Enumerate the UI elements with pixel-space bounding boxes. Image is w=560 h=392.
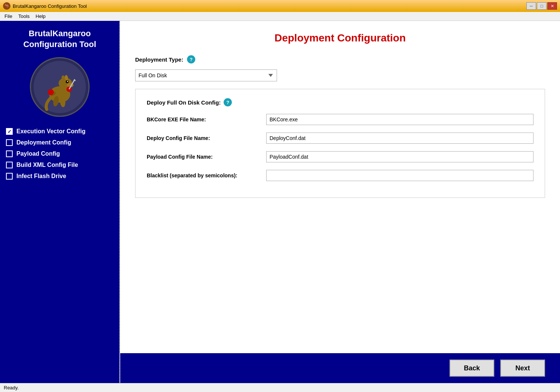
kangaroo-image xyxy=(34,61,86,113)
config-box: Deploy Full On Disk Config: ? BKCore EXE… xyxy=(135,89,545,198)
app-icon: 🦘 xyxy=(3,2,10,10)
nav-checkbox-3[interactable] xyxy=(6,162,13,168)
nav-checkbox-1[interactable] xyxy=(6,139,13,146)
sidebar-avatar xyxy=(30,57,90,117)
minimize-button[interactable]: ─ xyxy=(526,2,536,10)
form-label-2: Payload Config File Name: xyxy=(147,154,266,160)
sidebar: BrutalKangarooConfiguration Tool xyxy=(0,21,119,383)
form-row-0: BKCore EXE File Name: xyxy=(147,114,533,125)
deployment-type-help-icon[interactable]: ? xyxy=(187,55,195,63)
form-input-0[interactable] xyxy=(266,114,533,125)
deployment-type-select[interactable]: Full On DiskThumbdrive OnlyServer Side xyxy=(135,69,277,81)
nav-item-1[interactable]: Deployment Config xyxy=(6,139,113,146)
nav-label-2: Payload Config xyxy=(16,150,60,157)
nav-checkbox-0[interactable] xyxy=(6,128,13,135)
content-panel: Deployment Configuration Deployment Type… xyxy=(119,21,560,383)
nav-item-2[interactable]: Payload Config xyxy=(6,150,113,157)
maximize-button[interactable]: □ xyxy=(537,2,547,10)
deployment-type-label: Deployment Type: xyxy=(135,56,183,63)
content-body: Deployment Configuration Deployment Type… xyxy=(120,21,560,353)
form-row-3: Blacklist (separated by semicolons): xyxy=(147,170,533,181)
form-input-1[interactable] xyxy=(266,133,533,144)
form-label-1: Deploy Config File Name: xyxy=(147,135,266,141)
title-bar-text: BrutalKangaroo Configuration Tool xyxy=(13,3,87,9)
nav-items: Execution Vector ConfigDeployment Config… xyxy=(6,128,113,180)
nav-item-3[interactable]: Build XML Config File xyxy=(6,162,113,168)
title-bar-left: 🦘 BrutalKangaroo Configuration Tool xyxy=(3,2,87,10)
nav-checkbox-2[interactable] xyxy=(6,150,13,157)
sidebar-title: BrutalKangarooConfiguration Tool xyxy=(23,28,96,50)
config-box-help-icon[interactable]: ? xyxy=(224,98,232,106)
nav-label-4: Infect Flash Drive xyxy=(16,173,66,180)
config-box-title: Deploy Full On Disk Config: ? xyxy=(147,98,533,106)
next-button[interactable]: Next xyxy=(500,360,545,377)
form-row-1: Deploy Config File Name: xyxy=(147,133,533,144)
form-input-2[interactable] xyxy=(266,151,533,162)
form-rows-container: BKCore EXE File Name:Deploy Config File … xyxy=(147,114,533,181)
menu-item-tools[interactable]: Tools xyxy=(15,13,32,20)
nav-label-0: Execution Vector Config xyxy=(16,128,85,135)
back-button[interactable]: Back xyxy=(449,360,494,377)
status-bar: Ready. xyxy=(0,383,560,392)
status-text: Ready. xyxy=(4,385,19,391)
form-row-2: Payload Config File Name: xyxy=(147,151,533,162)
menu-item-help[interactable]: Help xyxy=(32,13,49,20)
main-container: BrutalKangarooConfiguration Tool xyxy=(0,21,560,383)
page-title: Deployment Configuration xyxy=(135,32,545,44)
title-bar: 🦘 BrutalKangaroo Configuration Tool ─ □ … xyxy=(0,0,560,12)
deployment-type-row: Deployment Type: ? xyxy=(135,55,545,63)
bottom-bar: Back Next xyxy=(120,353,560,383)
form-input-3[interactable] xyxy=(266,170,533,181)
form-label-0: BKCore EXE File Name: xyxy=(147,116,266,122)
nav-item-4[interactable]: Infect Flash Drive xyxy=(6,173,113,180)
form-label-3: Blacklist (separated by semicolons): xyxy=(147,172,266,178)
svg-point-5 xyxy=(67,81,68,82)
nav-label-1: Deployment Config xyxy=(16,139,71,146)
nav-item-0[interactable]: Execution Vector Config xyxy=(6,128,113,135)
menu-bar: FileToolsHelp xyxy=(0,12,560,21)
nav-label-3: Build XML Config File xyxy=(16,162,78,168)
nav-checkbox-4[interactable] xyxy=(6,173,13,180)
window-controls: ─ □ ✕ xyxy=(526,2,557,10)
menu-item-file[interactable]: File xyxy=(1,13,15,20)
svg-point-11 xyxy=(48,89,54,95)
close-button[interactable]: ✕ xyxy=(547,2,557,10)
